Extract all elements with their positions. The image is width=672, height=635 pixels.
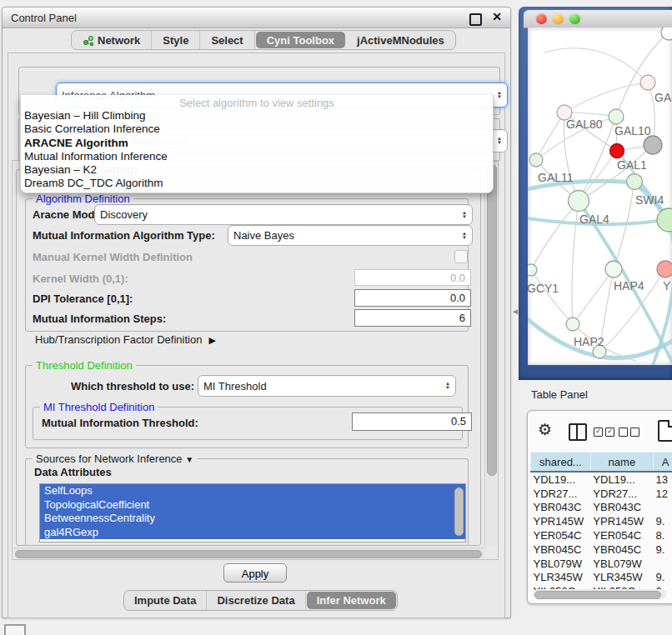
column-layout-icon[interactable] — [569, 423, 587, 441]
node-gray[interactable] — [644, 136, 662, 154]
data-attribute-item[interactable]: BetweennessCentrality — [40, 512, 465, 526]
table-cell[interactable]: YER054C — [531, 528, 591, 542]
table-cell[interactable]: YBR045C — [590, 542, 653, 557]
mi-threshold-field[interactable]: 0.5 — [352, 412, 472, 431]
table-horizontal-scrollbar[interactable] — [533, 589, 666, 599]
manual-kernel-width-checkbox[interactable] — [454, 250, 468, 263]
network-edge[interactable] — [536, 112, 564, 160]
network-edge[interactable] — [564, 82, 648, 112]
table-cell[interactable]: YBR045C — [531, 542, 591, 557]
column-header-partial[interactable]: A — [653, 452, 672, 472]
data-attribute-item[interactable]: SelfLoops — [40, 484, 465, 498]
algorithm-option[interactable]: Bayesian – K2 — [21, 163, 493, 177]
network-graph[interactable]: GALGAL80GAL10GAL1GAL11SWI4GAL4HAP4YGCY1H… — [528, 28, 672, 365]
table-cell[interactable]: 9. — [653, 571, 672, 585]
table-cell[interactable]: 12 — [653, 487, 672, 501]
hub-definition-toggle[interactable]: Hub/Transcription Factor Definition▶ — [35, 333, 216, 346]
apply-button[interactable]: Apply — [223, 563, 287, 582]
table-cell[interactable]: YDL19... — [590, 472, 653, 487]
aracne-mode-combo[interactable]: Discovery ▲▼ — [94, 204, 473, 225]
node-left-green[interactable] — [529, 153, 543, 167]
table-row[interactable]: YDR27...YDR27...12 — [531, 487, 672, 501]
table-row[interactable]: YBL079WYBL079W — [531, 557, 672, 571]
algorithm-option[interactable]: ARACNE Algorithm — [21, 137, 493, 150]
mi-algorithm-type-combo[interactable]: Naive Bayes ▲▼ — [228, 225, 473, 246]
vertical-scrollbar[interactable] — [484, 162, 497, 546]
table-cell[interactable] — [653, 557, 672, 571]
node-swi4[interactable] — [627, 174, 643, 190]
scrollbar-thumb[interactable] — [15, 550, 482, 558]
data-attributes-list[interactable]: SelfLoopsTopologicalCoefficientBetweenne… — [39, 483, 466, 542]
table-cell[interactable]: YDR27... — [531, 487, 591, 501]
minimized-panel-icon[interactable] — [4, 624, 26, 635]
list-scrollbar-thumb[interactable] — [454, 488, 464, 536]
table-row[interactable]: YDL19...YDL19...13 — [531, 472, 672, 487]
deselect-all-checkboxes-icon[interactable] — [619, 428, 639, 437]
minimize-window-icon[interactable] — [553, 13, 564, 24]
table-row[interactable]: YBR045CYBR045C9. — [531, 542, 672, 557]
select-all-checkboxes-icon[interactable]: ✓✓ — [594, 428, 614, 437]
algorithm-option[interactable]: Mutual Information Inference — [21, 150, 493, 163]
tab-network[interactable]: Network — [72, 31, 152, 49]
float-panel-icon[interactable] — [469, 13, 482, 26]
table-cell[interactable]: YPR145W — [531, 514, 591, 528]
bottom-tab-impute-data[interactable]: Impute Data — [124, 591, 207, 610]
bottom-tab-discretize-data[interactable]: Discretize Data — [207, 591, 305, 610]
network-window-titlebar[interactable] — [524, 10, 672, 28]
table-row[interactable]: YPR145WYPR145W9. — [531, 514, 672, 528]
kernel-width-field[interactable]: 0.0 — [354, 269, 471, 286]
data-attribute-item[interactable]: gal4RGexp — [40, 526, 465, 540]
node-salmon[interactable] — [657, 261, 672, 278]
sources-toggle[interactable]: Sources for Network Inference ▼ — [33, 452, 197, 465]
table-cell[interactable]: YDL19... — [531, 472, 591, 487]
horizontal-scrollbar[interactable] — [13, 548, 485, 558]
expand-down-icon[interactable]: ▼ — [185, 455, 193, 464]
table-cell[interactable]: 13 — [653, 472, 672, 487]
network-edge[interactable] — [531, 201, 579, 270]
node-gcy1[interactable] — [528, 264, 537, 276]
table-cell[interactable]: YBR043C — [531, 501, 591, 515]
tab-select[interactable]: Select — [200, 31, 254, 49]
network-edge[interactable] — [531, 270, 573, 324]
column-header-shared-name[interactable]: shared... — [531, 452, 591, 472]
node-pink-top[interactable] — [640, 75, 655, 90]
algorithm-option[interactable]: Bayesian – Hill Climbing — [21, 109, 493, 122]
table-row[interactable]: YER054CYER054C8. — [531, 528, 672, 542]
table-cell[interactable] — [653, 501, 672, 515]
network-edge[interactable] — [544, 48, 648, 82]
node-gal4[interactable] — [569, 191, 589, 212]
algorithm-option[interactable]: Dream8 DC_TDC Algorithm — [21, 177, 493, 190]
node-gal10[interactable] — [609, 109, 624, 124]
table-cell[interactable]: 8. — [653, 528, 672, 542]
scrollbar-thumb[interactable] — [487, 164, 497, 476]
mi-steps-field[interactable]: 6 — [354, 309, 471, 327]
tab-jactivemnodules[interactable]: jActiveMNodules — [346, 31, 455, 49]
node-gal1[interactable] — [610, 144, 624, 158]
table-cell[interactable]: YLR345W — [590, 571, 653, 585]
node-hap4[interactable] — [605, 261, 622, 278]
algorithm-option[interactable]: Basic Correlation Inference — [21, 122, 493, 136]
table-cell[interactable]: YPR145W — [590, 514, 653, 528]
table-cell[interactable]: YLR345W — [531, 571, 591, 585]
data-attribute-item[interactable]: TopologicalCoefficient — [40, 498, 465, 512]
scrollbar-thumb[interactable] — [534, 591, 661, 599]
dpi-tolerance-field[interactable]: 0.0 — [354, 289, 471, 307]
which-threshold-combo[interactable]: MI Threshold ▲▼ — [198, 375, 456, 397]
table-row[interactable]: YLR345WYLR345W9. — [531, 571, 672, 585]
zoom-window-icon[interactable] — [569, 13, 580, 24]
network-canvas[interactable]: GALGAL80GAL10GAL1GAL11SWI4GAL4HAP4YGCY1H… — [528, 28, 672, 365]
column-header-name[interactable]: name — [590, 452, 653, 472]
tab-style[interactable]: Style — [152, 31, 200, 49]
close-window-icon[interactable] — [536, 13, 547, 24]
tab-cyni-toolbox[interactable]: Cyni Toolbox — [256, 32, 345, 48]
table-cell[interactable]: YBR043C — [590, 501, 653, 515]
table-row[interactable]: YBR043CYBR043C — [531, 501, 672, 515]
table-settings-gear-icon[interactable]: ⚙ — [538, 422, 552, 438]
table-cell[interactable]: 9. — [653, 514, 672, 528]
network-edge[interactable] — [572, 201, 579, 324]
close-panel-icon[interactable]: ✕ — [492, 10, 502, 23]
table-cell[interactable]: YBL079W — [590, 557, 653, 571]
table-cell[interactable]: 9. — [653, 542, 672, 557]
node-big-green[interactable] — [657, 208, 672, 232]
node-hap2[interactable] — [566, 318, 579, 331]
